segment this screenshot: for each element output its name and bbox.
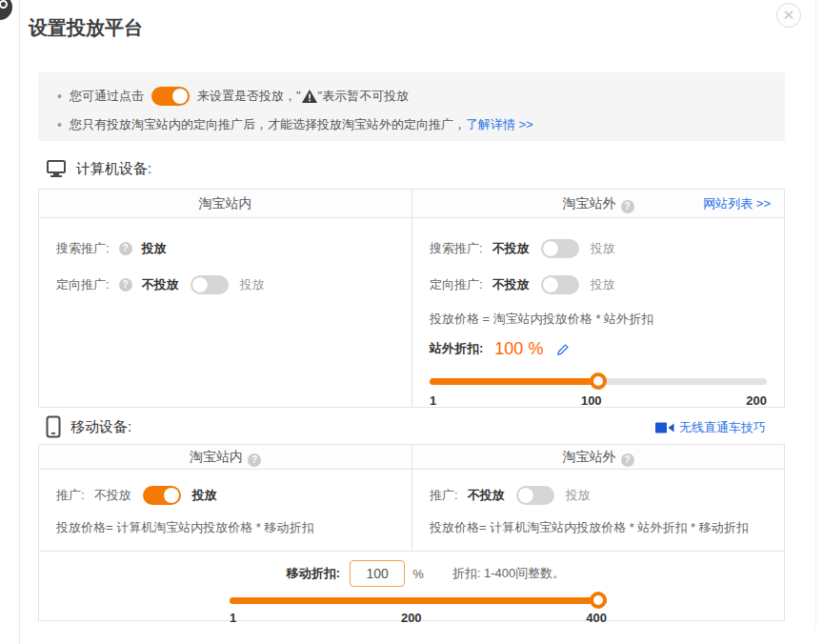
slider-thumb[interactable]	[590, 372, 607, 390]
site-list-link[interactable]: 网站列表 >>	[703, 190, 771, 217]
mobile-offsite-formula: 投放价格= 计算机淘宝站内投放价格 * 站外折扣 * 移动折扣	[430, 519, 767, 536]
slider-mid-label: 200	[401, 611, 422, 625]
notice-line1-suf: "表示暂不可投放	[318, 88, 410, 105]
promo-off-label: 不投放	[94, 487, 131, 504]
target-promo-alt: 投放	[591, 276, 615, 293]
target-promo-label: 定向推广:	[430, 276, 483, 293]
mobile-onsite-header: 淘宝站内?	[39, 445, 412, 469]
page-title: 设置投放平台	[29, 15, 143, 41]
set-platform-dialog: ✕ 设置投放平台 • 您可通过点击 来设置是否投放，" "表示暂不可投放 • 您…	[0, 0, 823, 644]
notice-line-2: • 您只有投放淘宝站内的定向推广后，才能选择投放淘宝站外的定向推广， 了解详情 …	[57, 112, 766, 137]
bullet-icon: •	[57, 117, 62, 132]
mobile-table: 淘宝站内? 淘宝站外? 推广: 不投放 投放 投放价格= 计算机淘宝站内投放价格…	[38, 444, 785, 621]
offsite-discount-row: 站外折扣: 100 %	[430, 336, 767, 361]
slider-min-label: 1	[430, 393, 436, 408]
computer-section-header: 计算机设备:	[46, 158, 151, 179]
learn-more-link[interactable]: 了解详情 >>	[466, 116, 533, 133]
notice-box: • 您可通过点击 来设置是否投放，" "表示暂不可投放 • 您只有投放淘宝站内的…	[38, 72, 785, 141]
offsite-price-formula: 投放价格 = 淘宝站内投放价格 * 站外折扣	[430, 311, 767, 328]
computer-onsite-header: 淘宝站内	[39, 190, 412, 217]
computer-table-body: 搜索推广: ? 投放 定向推广: ? 不投放 投放 搜索推广: 不投放	[39, 218, 784, 408]
computer-table: 淘宝站内 淘宝站外? 网站列表 >> 搜索推广: ? 投放 定向推广: ? 不投…	[38, 189, 785, 408]
slider-fill	[230, 597, 607, 604]
mobile-onsite-cell: 推广: 不投放 投放 投放价格= 计算机淘宝站内投放价格 * 移动折扣	[39, 470, 412, 551]
dialog-left-border	[19, 0, 20, 644]
promo-off-label: 不投放	[468, 487, 505, 504]
slider-mid-label: 100	[581, 393, 602, 408]
slider-thumb[interactable]	[590, 592, 607, 609]
mobile-slider-wrap: 1 200 400	[230, 592, 607, 625]
computer-onsite-target-row: 定向推广: ? 不投放 投放	[56, 275, 394, 294]
wireless-tips-link[interactable]: 无线直通车技巧	[655, 419, 766, 436]
mobile-table-header: 淘宝站内? 淘宝站外?	[39, 445, 784, 470]
edit-pencil-icon[interactable]	[556, 342, 571, 356]
computer-icon	[46, 158, 67, 179]
help-icon[interactable]: ?	[248, 453, 261, 467]
slider-max-label: 200	[746, 393, 767, 408]
computer-offsite-header: 淘宝站外? 网站列表 >>	[412, 190, 784, 217]
computer-offsite-target-toggle[interactable]	[541, 275, 579, 294]
mobile-slider-labels: 1 200 400	[230, 611, 607, 625]
computer-offsite-header-label: 淘宝站外	[563, 195, 616, 211]
offsite-discount-value: 100 %	[494, 339, 543, 359]
mobile-discount-unit: %	[412, 567, 424, 581]
computer-offsite-target-row: 定向推广: 不投放 投放	[430, 275, 767, 294]
target-promo-label: 定向推广:	[56, 276, 110, 293]
mobile-discount-label: 移动折扣:	[287, 565, 340, 582]
search-promo-label: 搜索推广:	[430, 240, 483, 257]
target-promo-status: 不投放	[492, 276, 530, 293]
mobile-onsite-toggle[interactable]	[143, 486, 181, 505]
mobile-discount-input[interactable]	[350, 560, 405, 587]
mobile-offsite-cell: 推广: 不投放 投放 投放价格= 计算机淘宝站内投放价格 * 站外折扣 * 移动…	[412, 470, 784, 551]
mobile-onsite-header-label: 淘宝站内	[190, 449, 243, 464]
offsite-discount-label: 站外折扣:	[430, 340, 483, 357]
slider-min-label: 1	[230, 611, 236, 625]
help-icon[interactable]: ?	[119, 242, 132, 255]
computer-table-header: 淘宝站内 淘宝站外? 网站列表 >>	[39, 190, 784, 218]
mobile-icon	[46, 415, 61, 438]
computer-onsite-search-row: 搜索推广: ? 投放	[56, 239, 394, 258]
search-promo-status: 投放	[142, 240, 167, 257]
mobile-table-body: 推广: 不投放 投放 投放价格= 计算机淘宝站内投放价格 * 移动折扣 推广: …	[39, 470, 784, 551]
mobile-offsite-promo-row: 推广: 不投放 投放	[430, 485, 767, 506]
promo-label: 推广:	[430, 487, 458, 504]
notice-line-1: • 您可通过点击 来设置是否投放，" "表示暂不可投放	[57, 84, 766, 109]
background-decoration	[0, 0, 12, 20]
mobile-onsite-promo-row: 推广: 不投放 投放	[56, 485, 394, 506]
notice-line1-mid: 来设置是否投放，"	[197, 88, 301, 105]
computer-offsite-search-toggle[interactable]	[541, 239, 579, 258]
help-icon[interactable]: ?	[621, 200, 634, 213]
wireless-tips-label: 无线直通车技巧	[679, 419, 766, 436]
computer-onsite-target-toggle[interactable]	[191, 275, 229, 294]
computer-offsite-search-row: 搜索推广: 不投放 投放	[430, 239, 767, 258]
bullet-icon: •	[57, 89, 62, 104]
promo-on-label: 投放	[566, 487, 591, 504]
mobile-offsite-header-label: 淘宝站外	[563, 449, 616, 464]
computer-offsite-cell: 搜索推广: 不投放 投放 定向推广: 不投放 投放 投放价格 = 淘宝站内投放价…	[412, 218, 784, 408]
notice-line1-pre: 您可通过点击	[70, 88, 144, 105]
offsite-discount-slider[interactable]	[430, 372, 767, 390]
mobile-discount-slider[interactable]	[230, 592, 607, 609]
computer-onsite-header-label: 淘宝站内	[199, 195, 252, 211]
warning-icon	[302, 90, 317, 106]
notice-line2-text: 您只有投放淘宝站内的定向推广后，才能选择投放淘宝站外的定向推广，	[70, 116, 466, 133]
target-promo-status: 不投放	[142, 276, 179, 293]
dialog-right-border	[815, 0, 816, 629]
slider-max-label: 400	[586, 611, 607, 625]
help-icon[interactable]: ?	[621, 453, 634, 467]
search-promo-alt: 投放	[591, 240, 615, 257]
offsite-slider-labels: 1 100 200	[430, 393, 767, 408]
mobile-onsite-formula: 投放价格= 计算机淘宝站内投放价格 * 移动折扣	[56, 519, 394, 536]
slider-fill	[430, 378, 598, 385]
mobile-offsite-toggle[interactable]	[516, 486, 554, 505]
target-promo-alt: 投放	[240, 276, 265, 293]
mobile-discount-section: 移动折扣: % 折扣: 1-400间整数。 1 200 400	[39, 551, 784, 621]
toggle-example[interactable]	[151, 87, 190, 106]
mobile-discount-row: 移动折扣: % 折扣: 1-400间整数。	[39, 559, 784, 588]
promo-on-label: 投放	[192, 487, 217, 504]
computer-onsite-cell: 搜索推广: ? 投放 定向推广: ? 不投放 投放	[39, 218, 412, 408]
close-icon[interactable]: ✕	[776, 3, 801, 28]
computer-section-title: 计算机设备:	[76, 160, 151, 178]
help-icon[interactable]: ?	[119, 278, 132, 292]
mobile-section-title: 移动设备:	[70, 418, 131, 436]
